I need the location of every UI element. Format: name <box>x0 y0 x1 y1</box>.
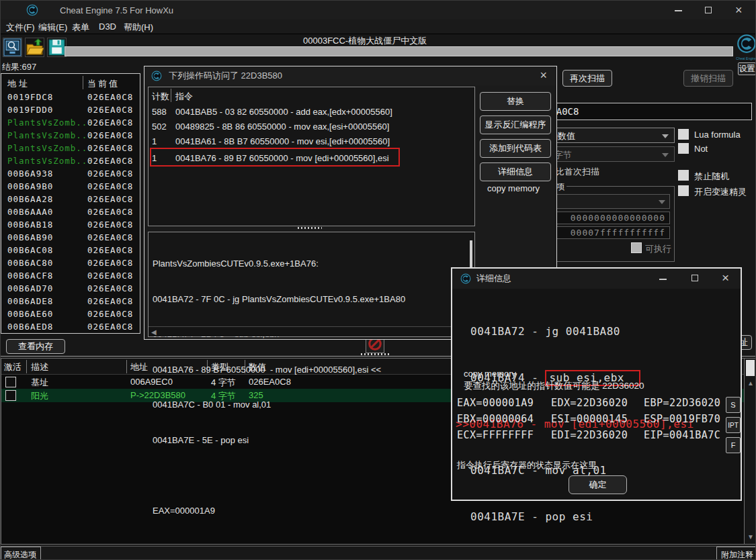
add-to-codelist-button[interactable]: 添加到代码表 <box>480 139 551 158</box>
register: EAX=000001A9 <box>457 395 551 411</box>
disasm-line: 0041BA72 - 7F 0C - jg PlantsVsZombiesCUT… <box>153 293 405 306</box>
found-row[interactable]: 0019FDC8 <box>7 92 53 102</box>
found-row[interactable]: 00B6AAA0 <box>7 207 53 217</box>
opcode-row[interactable]: 588 0041BAB5 - 03 82 60550000 - add eax,… <box>149 105 474 120</box>
view-memory-button[interactable]: 查看内存 <box>6 339 65 354</box>
disable-random-checkbox[interactable] <box>678 170 689 181</box>
found-row[interactable]: 00B6AD70 <box>7 283 53 293</box>
found-row-value: 026EA0C8 <box>87 258 133 268</box>
ok-button[interactable]: 确定 <box>569 475 627 494</box>
column-divider[interactable] <box>26 360 27 373</box>
register: ECX=FFFFFFFF <box>457 427 551 443</box>
stack-button[interactable]: S <box>726 397 741 413</box>
found-row[interactable]: PlantsVsZomb... <box>7 143 93 153</box>
found-row[interactable]: PlantsVsZomb... <box>7 118 93 128</box>
disassembly-lines: PlantsVsZombiesCUTEv0.9.5.exe+1BA76: 004… <box>153 234 405 540</box>
found-row[interactable]: PlantsVsZomb... <box>7 130 93 140</box>
disasm-line: PlantsVsZombiesCUTEv0.9.5.exe+1BA76: <box>153 258 405 270</box>
dialog-titlebar: 下列操作码访问了 22D3B580 × <box>144 66 556 85</box>
dialog-splitter-grip[interactable] <box>298 227 322 229</box>
copy-memory-label[interactable]: copy memory <box>487 183 540 193</box>
found-row[interactable]: 00B6ADE8 <box>7 296 53 306</box>
column-divider[interactable] <box>126 360 127 373</box>
save-floppy-icon <box>48 38 66 56</box>
settings-button[interactable]: 设置 <box>738 62 756 75</box>
save-table-button[interactable] <box>47 38 67 57</box>
scan-progress-fill <box>65 47 732 56</box>
menu-edit[interactable]: 编辑(E) <box>38 21 67 34</box>
minimize-button[interactable] <box>675 10 682 11</box>
replace-button[interactable]: 替换 <box>480 92 551 111</box>
extra-info-button[interactable]: 详细信息 <box>480 162 551 181</box>
col-address[interactable]: 地址 <box>130 361 148 373</box>
not-checkbox[interactable] <box>678 143 689 154</box>
extrainfo-title: 详细信息 <box>476 273 511 285</box>
float-button[interactable]: F <box>726 437 741 453</box>
opcode-count: 1 <box>152 136 157 146</box>
table-scrollbar[interactable]: ▲ ▼ <box>744 359 756 544</box>
opcode-text: 0041BA61 - 8B B7 60550000 - mov esi,[edi… <box>175 136 390 146</box>
menu-d3d[interactable]: D3D <box>99 21 116 32</box>
found-row-value: 026EA0C8 <box>87 156 133 166</box>
register-status-hint: 指令执行后寄存器的状态显示在这里 <box>457 459 597 471</box>
scroll-up-icon[interactable]: ▲ <box>747 380 754 387</box>
comments-button[interactable]: 附加注释 <box>716 547 756 560</box>
found-row[interactable]: 00B6AC08 <box>7 245 53 255</box>
scroll-down-icon[interactable]: ▼ <box>747 534 754 541</box>
col-active[interactable]: 激活 <box>4 361 22 373</box>
row-active-checkbox[interactable] <box>5 377 16 387</box>
menu-file[interactable]: 文件(F) <box>6 21 35 34</box>
maximize-button[interactable] <box>705 7 712 13</box>
select-process-button[interactable] <box>3 38 22 57</box>
ce-logo-icon <box>26 4 38 16</box>
opcode-text: 00489825 - 8B 86 60550000 - mov eax,[esi… <box>175 122 389 132</box>
found-row[interactable]: 00B6AB90 <box>7 232 53 242</box>
close-icon[interactable]: × <box>540 69 547 81</box>
opcode-row[interactable]: 1 0041BA61 - 8B B7 60550000 - mov esi,[e… <box>149 134 474 149</box>
opcode-row[interactable]: 502 00489825 - 8B 86 60550000 - mov eax,… <box>149 120 474 134</box>
lua-formula-checkbox[interactable] <box>678 129 689 140</box>
row-active-checkbox[interactable] <box>5 390 16 401</box>
advanced-options-button[interactable]: 高级选项 <box>1 547 41 560</box>
found-row[interactable]: 00B6AE60 <box>7 309 53 319</box>
menu-table[interactable]: 表单 <box>72 21 89 34</box>
found-row[interactable]: PlantsVsZomb... <box>7 156 93 166</box>
found-row[interactable]: 0019FDD0 <box>7 105 53 115</box>
ipt-button[interactable]: IPT <box>726 417 741 433</box>
found-row[interactable]: 00B6ACF8 <box>7 271 53 281</box>
pointer-hint: 要查找的该地址的指针数值可能是 22D36020 <box>464 380 644 392</box>
register: ESP=0019FB70 <box>644 411 739 427</box>
undo-scan-button[interactable]: 撤销扫描 <box>683 70 733 87</box>
ce-logo-icon <box>151 71 162 81</box>
found-row[interactable]: 00B6A938 <box>7 169 53 179</box>
horizontal-scrollbar[interactable]: ◀ <box>149 326 474 336</box>
speedhack-checkbox[interactable] <box>678 185 689 196</box>
menu-help[interactable]: 帮助(H) <box>124 21 153 34</box>
found-row[interactable]: 00B6AC80 <box>7 258 53 268</box>
col-desc[interactable]: 描述 <box>31 361 48 373</box>
close-button[interactable]: × <box>722 271 729 284</box>
found-row-value: 026EA0C8 <box>87 283 133 293</box>
scroll-left-icon[interactable]: ◀ <box>151 329 157 336</box>
found-row[interactable]: 00B6AA28 <box>7 194 53 204</box>
found-row-value: 026EA0C8 <box>87 130 133 140</box>
found-row[interactable]: 00B6AED8 <box>7 322 53 332</box>
disable-random-label: 禁止随机 <box>694 171 729 183</box>
register: ESI=00000145 <box>551 411 644 427</box>
executable-checkbox[interactable] <box>631 242 642 253</box>
maximize-button[interactable] <box>691 275 698 281</box>
found-row-value: 026EA0C8 <box>87 322 133 332</box>
minimize-button[interactable] <box>659 279 667 280</box>
found-row[interactable]: 00B6AB18 <box>7 220 53 230</box>
column-divider[interactable] <box>171 89 171 102</box>
found-address-list: 地址 当前值 0019FDC8026EA0C8 0019FDD0026EA0C8… <box>1 73 140 334</box>
found-row[interactable]: 00B6A9B0 <box>7 181 53 191</box>
copy-memory-label[interactable]: copy memory <box>464 369 516 379</box>
show-disassembler-button[interactable]: 显示反汇编程序 <box>480 115 551 134</box>
extra-info-window: 详细信息 × 0041BA72 - jg 0041BA80 0041BA74 -… <box>451 267 742 501</box>
scrollbar-thumb[interactable] <box>746 360 755 376</box>
close-button[interactable]: × <box>735 4 743 16</box>
next-scan-button[interactable]: 再次扫描 <box>562 70 612 87</box>
open-table-button[interactable] <box>25 38 44 57</box>
disasm-line <box>153 469 405 481</box>
